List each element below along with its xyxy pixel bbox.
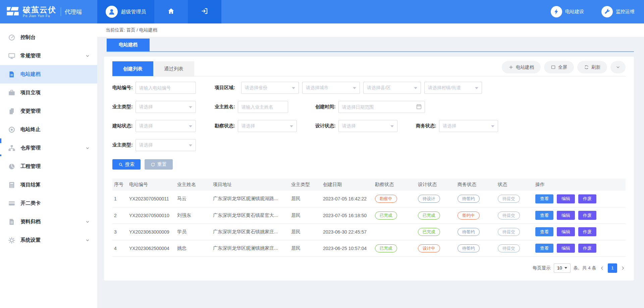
owner-name-cell: 马云 xyxy=(175,191,211,207)
user-avatar-icon xyxy=(106,6,118,18)
unit-label: 条, xyxy=(574,265,579,271)
nav-station-construction[interactable]: 电站建设 xyxy=(551,6,584,17)
view-button[interactable]: 查看 xyxy=(535,211,553,220)
design-status-badge: 已完成 xyxy=(418,228,440,236)
survey-status-select[interactable]: 请选择 xyxy=(238,120,297,132)
void-button[interactable]: 作废 xyxy=(578,227,596,236)
content-card: 创建列表 通过列表 电站建档 全屏 刷新 xyxy=(104,57,634,281)
void-button[interactable]: 作废 xyxy=(578,244,596,253)
tab-create-list[interactable]: 创建列表 xyxy=(112,61,153,76)
sidebar-item-data-archive[interactable]: 资料归档 xyxy=(0,212,97,231)
design-status-badge: 设计中 xyxy=(418,244,440,252)
list-tabs: 创建列表 通过列表 xyxy=(112,61,194,76)
select-placeholder: 请选择省份 xyxy=(245,85,268,91)
edit-button[interactable]: 编辑 xyxy=(557,194,575,203)
row-index: 2 xyxy=(112,207,127,224)
col-status: 状态 xyxy=(496,179,534,191)
fullscreen-button[interactable]: 全屏 xyxy=(544,61,574,73)
logout-button[interactable] xyxy=(188,0,221,23)
sidebar-item-station-termination[interactable]: 电站终止 xyxy=(0,120,97,139)
actions-cell: 查看编辑作废 xyxy=(534,224,626,240)
sidebar-item-engineering-management[interactable]: 工程管理 xyxy=(0,157,97,176)
per-page-select[interactable]: 10 xyxy=(554,263,571,273)
created-date-cell: 2023-06-25 10:57:04 xyxy=(321,240,373,256)
sidebar-item-label: 常规管理 xyxy=(20,53,85,59)
owner-type-select[interactable]: 请选择 xyxy=(136,101,196,113)
sidebar-item-change-management[interactable]: 变更管理 xyxy=(0,102,97,120)
design-status-select[interactable]: 请选择 xyxy=(338,120,397,132)
sidebar-scrollbar[interactable] xyxy=(0,138,1,143)
business-status-select[interactable]: 请选择 xyxy=(439,120,498,132)
edit-button[interactable]: 编辑 xyxy=(557,227,575,236)
nav-label: 电站建设 xyxy=(565,9,584,15)
nav-monitoring-ops[interactable]: 监控运维 xyxy=(601,6,635,17)
user-menu[interactable]: 超级管理员 xyxy=(97,0,154,23)
design-status-badge-cell: 设计中 xyxy=(416,240,456,256)
province-select[interactable]: 请选择省份 xyxy=(241,82,299,94)
filter-actions: 搜索 重置 xyxy=(112,159,626,170)
field-label: 勘察状态: xyxy=(215,123,235,129)
reset-button[interactable]: 重置 xyxy=(145,159,173,170)
create-station-button[interactable]: 电站建档 xyxy=(502,61,541,73)
project-address-cell: 广东深圳龙华区黄石镇星官大... xyxy=(211,207,289,224)
sidebar-item-project-initiation[interactable]: 项目立项 xyxy=(0,83,97,102)
page-1-button[interactable]: 1 xyxy=(608,263,617,273)
chevron-right-icon xyxy=(620,265,626,271)
home-button[interactable] xyxy=(154,0,188,23)
owner-type-cell: 居民 xyxy=(289,191,321,207)
tab-passed-list[interactable]: 通过列表 xyxy=(153,61,194,76)
field-label: 建站状态: xyxy=(112,123,133,129)
build-status-select[interactable]: 请选择 xyxy=(136,120,196,132)
date-range-input[interactable] xyxy=(338,101,425,113)
calendar-icon xyxy=(416,104,422,110)
select-placeholder: 请选择 xyxy=(342,123,356,129)
owner-type2-select[interactable]: 请选择 xyxy=(136,139,196,151)
business-status-badge: 待签约 xyxy=(458,244,480,252)
button-label: 重置 xyxy=(157,162,167,168)
record-icon xyxy=(8,126,16,134)
search-button[interactable]: 搜索 xyxy=(112,159,141,170)
edit-button[interactable]: 编辑 xyxy=(557,211,575,220)
station-code-cell: YX2023062500004 xyxy=(127,240,175,256)
fullscreen-icon xyxy=(551,65,556,70)
view-button[interactable]: 查看 xyxy=(535,194,553,203)
table-row: 2YX2023070500010刘强东广东深圳龙华区黄石镇星官大...居民202… xyxy=(112,207,626,224)
sidebar-item-project-settlement[interactable]: 项目结算 xyxy=(0,176,97,194)
business-status-badge: 待签约 xyxy=(458,228,480,236)
chevron-down-icon xyxy=(615,65,621,70)
sidebar-item-station-archive[interactable]: 电站建档 xyxy=(0,65,97,83)
sidebar-item-system-settings[interactable]: 系统设置 xyxy=(0,231,97,249)
filter-create-time: 创建时间: xyxy=(315,101,626,113)
sidebar-item-console[interactable]: 控制台 xyxy=(0,28,97,47)
select-placeholder: 请选择 xyxy=(139,123,153,129)
refresh-button[interactable]: 刷新 xyxy=(577,61,607,73)
town-select[interactable]: 请选择村镇/街道 xyxy=(424,82,482,94)
void-button[interactable]: 作废 xyxy=(578,211,596,220)
sidebar-item-second-class-card[interactable]: 开二类卡 xyxy=(0,194,97,212)
sidebar-scrollbar[interactable] xyxy=(0,155,1,156)
wrench-icon xyxy=(601,6,613,17)
table-row: 4YX2023062500004姚忠广东深圳龙华区观澜镇姚家庄...居民2023… xyxy=(112,240,626,256)
edit-button[interactable]: 编辑 xyxy=(557,244,575,253)
district-select[interactable]: 请选择县/区 xyxy=(363,82,421,94)
prev-page-button[interactable] xyxy=(599,265,605,271)
next-page-button[interactable] xyxy=(620,265,626,271)
user-name: 超级管理员 xyxy=(121,9,146,15)
city-select[interactable]: 请选择城市 xyxy=(302,82,360,94)
collapse-button[interactable] xyxy=(610,61,626,73)
void-button[interactable]: 作废 xyxy=(578,194,596,203)
view-button[interactable]: 查看 xyxy=(535,244,553,253)
gear-icon xyxy=(8,236,16,244)
station-code-input[interactable] xyxy=(136,82,196,94)
page-tab-station-archive[interactable]: 电站建档 xyxy=(107,39,150,51)
owner-name-input[interactable] xyxy=(238,101,288,113)
filter-survey-status: 勘察状态: 请选择 xyxy=(215,120,315,132)
col-design-status: 设计状态 xyxy=(416,179,456,191)
sidebar-item-warehouse-management[interactable]: 仓库管理 xyxy=(0,139,97,157)
select-placeholder: 请选择 xyxy=(443,123,457,129)
view-button[interactable]: 查看 xyxy=(535,227,553,236)
chevron-left-icon xyxy=(599,265,605,271)
owner-type-cell: 居民 xyxy=(289,207,321,224)
design-status-badge-cell: 已完成 xyxy=(416,224,456,240)
sidebar-item-general-management[interactable]: 常规管理 xyxy=(0,47,97,65)
